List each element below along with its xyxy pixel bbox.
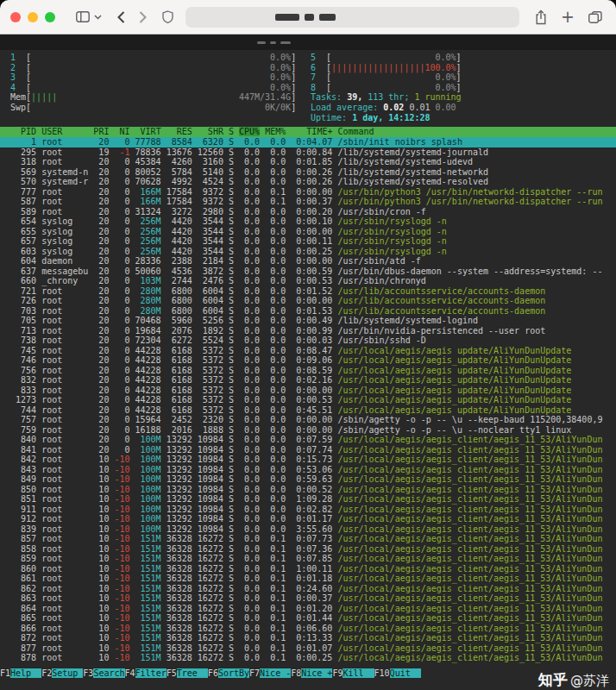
process-row[interactable]: 872 root 10 -10 151M 36328 16272 S 0.0 0… — [0, 633, 616, 643]
process-row[interactable]: 604 daemon 20 0 28336 2388 2184 S 0.0 0.… — [0, 256, 616, 267]
process-row[interactable]: 850 root 10 -10 100M 13292 10984 S 0.0 0… — [0, 485, 616, 495]
process-row[interactable]: 726 root 20 0 280M 6800 6004 S 0.0 0.0 0… — [0, 296, 616, 306]
terminal-titlebar — [0, 34, 616, 50]
process-row[interactable]: 746 root 20 0 44228 6168 5372 S 0.0 0.0 … — [0, 355, 616, 366]
process-row[interactable]: 862 root 10 -10 151M 36328 16272 S 0.0 0… — [0, 584, 616, 594]
watermark: 知乎 @苏洋 — [538, 670, 609, 690]
process-table-header[interactable]: PID USER PRI NI VIRT RES SHR S CPU% MEM%… — [0, 127, 616, 137]
htop-header-meters: 1 [ 0.0%] 2 [ 0.0%] 3 [ 0.0%] 4 [ — [0, 50, 616, 123]
process-row[interactable]: 877 root 10 -10 151M 36328 16272 S 0.0 0… — [0, 643, 616, 654]
back-button[interactable] — [117, 11, 125, 23]
process-row[interactable]: 839 root 10 -10 100M 13292 10984 S 0.0 0… — [0, 524, 616, 535]
process-row[interactable]: 866 root 10 -10 151M 36328 16272 S 0.0 0… — [0, 624, 616, 634]
process-row[interactable]: 705 root 20 0 70468 5960 5256 S 0.0 0.0 … — [0, 316, 616, 326]
browser-toolbar: + — [0, 0, 616, 34]
process-row[interactable]: 840 root 20 0 100M 13292 10984 S 0.0 0.0… — [0, 435, 616, 445]
process-row[interactable]: 832 root 20 0 44228 6168 5372 S 0.0 0.0 … — [0, 375, 616, 386]
function-key-bar[interactable]: F1Help F2Setup F3SearchF4FilterF5Tree F6… — [0, 668, 616, 680]
redacted-url-text — [275, 14, 299, 21]
redacted-url-text — [305, 14, 314, 21]
process-row[interactable]: 713 root 20 0 19684 2076 1892 S 0.0 0.0 … — [0, 326, 616, 336]
close-window-button[interactable] — [10, 12, 21, 22]
process-row[interactable]: 603 syslog 20 0 256M 4420 3544 S 0.0 0.0… — [0, 247, 616, 257]
process-row[interactable]: 777 root 20 0 166M 17584 9372 S 0.0 0.1 … — [0, 187, 616, 198]
process-row[interactable]: 863 root 10 -10 151M 36328 16272 S 0.0 0… — [0, 593, 616, 604]
process-row[interactable]: 833 root 20 0 44228 6168 5372 S 0.0 0.0 … — [0, 386, 616, 396]
titlebar-redacted-text — [257, 41, 266, 44]
share-icon[interactable] — [535, 9, 547, 25]
process-row[interactable]: 860 root 10 -10 151M 36328 16272 S 0.0 0… — [0, 564, 616, 574]
process-row[interactable]: 842 root 10 -10 100M 13292 10984 S 0.0 0… — [0, 455, 616, 465]
process-row[interactable]: 655 syslog 20 0 256M 4420 3544 S 0.0 0.0… — [0, 227, 616, 237]
sidebar-toggle-icon[interactable] — [76, 11, 90, 22]
process-row[interactable]: 589 root 20 0 31324 3272 2980 S 0.0 0.0 … — [0, 207, 616, 217]
process-row[interactable]: 1 root 20 0 77788 8584 6320 S 0.0 0.0 0:… — [0, 137, 616, 147]
process-row[interactable]: 1273 root 20 0 44228 6168 5372 S 0.0 0.0… — [0, 395, 616, 405]
process-row[interactable]: 851 root 10 -10 100M 13292 10984 S 0.0 0… — [0, 494, 616, 505]
process-row[interactable]: 569 systemd-n 20 0 80052 5784 5140 S 0.0… — [0, 167, 616, 178]
process-row[interactable]: 660 _chrony 20 0 103M 2744 2476 S 0.0 0.… — [0, 276, 616, 286]
process-row[interactable]: 865 root 10 -10 151M 36328 16272 S 0.0 0… — [0, 613, 616, 624]
process-row[interactable]: 745 root 20 0 44228 6168 5372 S 0.0 0.0 … — [0, 346, 616, 356]
process-row[interactable]: 757 root 20 0 15964 2452 2320 S 0.0 0.0 … — [0, 415, 616, 425]
process-row[interactable]: 864 root 10 -10 151M 36328 16272 S 0.0 0… — [0, 604, 616, 614]
process-row[interactable]: 843 root 10 -10 100M 13292 10984 S 0.0 0… — [0, 465, 616, 475]
tab-overview-icon[interactable] — [588, 11, 602, 23]
process-row[interactable]: 587 root 20 0 166M 17584 9372 S 0.0 0.1 … — [0, 197, 616, 207]
process-row[interactable]: 570 systemd-r 20 0 70628 4992 4524 S 0.0… — [0, 177, 616, 187]
process-row[interactable]: 841 root 20 0 100M 13292 10984 S 0.0 0.0… — [0, 445, 616, 455]
zoom-window-button[interactable] — [45, 12, 55, 22]
process-row[interactable]: 738 root 20 0 72304 6272 5524 S 0.0 0.0 … — [0, 336, 616, 346]
window-controls — [10, 12, 55, 22]
new-tab-button[interactable]: + — [561, 9, 575, 25]
process-row[interactable]: 637 messagebu 20 0 50060 4536 3872 S 0.0… — [0, 267, 616, 277]
shield-icon[interactable] — [162, 10, 173, 23]
watermark-author: @苏洋 — [570, 673, 609, 688]
process-table: 1 root 20 0 77788 8584 6320 S 0.0 0.0 0:… — [0, 137, 616, 664]
titlebar-redacted-text — [270, 41, 276, 44]
process-row[interactable]: 756 root 20 0 44228 6168 5372 S 0.0 0.0 … — [0, 366, 616, 376]
process-row[interactable]: 849 root 10 -10 100M 13292 10984 S 0.0 0… — [0, 474, 616, 485]
process-row[interactable]: 911 root 10 -10 100M 13292 10984 S 0.0 0… — [0, 505, 616, 515]
process-row[interactable]: 858 root 10 -10 151M 36328 16272 S 0.0 0… — [0, 544, 616, 555]
minimize-window-button[interactable] — [28, 12, 38, 22]
process-row[interactable]: 657 syslog 20 0 256M 4420 3544 S 0.0 0.0… — [0, 236, 616, 247]
address-bar[interactable] — [185, 7, 519, 28]
process-row[interactable]: 861 root 10 -10 151M 36328 16272 S 0.0 0… — [0, 574, 616, 584]
process-row[interactable]: 721 root 20 0 280M 6800 6004 S 0.0 0.0 0… — [0, 286, 616, 297]
process-row[interactable]: 912 root 10 -10 100M 13292 10984 S 0.0 0… — [0, 514, 616, 524]
process-row[interactable]: 857 root 10 -10 151M 36328 16272 S 0.0 0… — [0, 534, 616, 544]
redacted-url-text — [319, 14, 336, 21]
titlebar-redacted-text — [280, 41, 291, 44]
process-row[interactable]: 744 root 20 0 44228 6168 5372 S 0.0 0.0 … — [0, 405, 616, 416]
terminal-screen: 1 [ 0.0%] 2 [ 0.0%] 3 [ 0.0%] 4 [ — [0, 34, 616, 690]
process-row[interactable]: 878 root 10 -10 151M 36328 16272 S 0.0 0… — [0, 653, 616, 663]
process-row[interactable]: 318 root 20 0 45384 4260 3160 S 0.0 0.0 … — [0, 157, 616, 167]
cpu-memory-meters-left: 1 [ 0.0%] 2 [ 0.0%] 3 [ 0.0%] 4 [ — [10, 53, 296, 113]
process-row[interactable]: 759 root 20 0 16188 2016 1888 S 0.0 0.0 … — [0, 425, 616, 436]
chevron-down-icon[interactable] — [94, 15, 102, 20]
browser-window: + 1 [ 0.0%] 2 [ 0.0%] 3 [ — [0, 0, 616, 690]
forward-button[interactable] — [139, 11, 147, 23]
process-row[interactable]: 295 root 19 -1 78836 13676 12560 S 0.0 0… — [0, 147, 616, 158]
process-row[interactable]: 703 root 20 0 280M 6800 6004 S 0.0 0.0 0… — [0, 306, 616, 317]
process-row[interactable]: 859 root 10 -10 151M 36328 16272 S 0.0 0… — [0, 554, 616, 564]
watermark-brand: 知乎 — [538, 671, 568, 688]
cpu-tasks-meters-right: 5 [ 0.0%] 6 [||||||||||||||||||100.0%] 7… — [311, 53, 462, 122]
process-row[interactable]: 654 syslog 20 0 256M 4420 3544 S 0.0 0.0… — [0, 216, 616, 227]
